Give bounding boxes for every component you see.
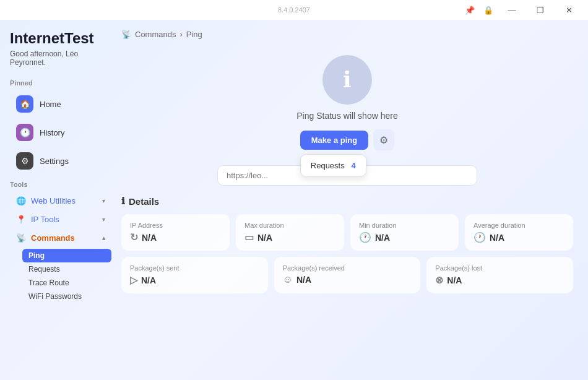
- card-sent-val: ▷ N/A: [130, 274, 259, 286]
- ping-settings-button[interactable]: ⚙: [373, 129, 394, 150]
- submenu-wifi-passwords[interactable]: WiFi Passwords: [22, 290, 111, 303]
- details-row-1: IP Address ↻ N/A Max duration ▭ N/A Min …: [121, 214, 573, 251]
- breadcrumb: 📡 Commands › Ping: [121, 30, 573, 39]
- ip-icon: ↻: [130, 231, 138, 243]
- breadcrumb-sep: ›: [179, 30, 182, 39]
- submenu-trace-route[interactable]: Trace Route: [22, 276, 111, 290]
- lost-value: N/A: [447, 275, 462, 285]
- titlebar: 8.4.0.2407 📌 🔒 — ❐ ✕: [0, 0, 588, 20]
- ip-value: N/A: [142, 233, 157, 243]
- breadcrumb-commands: Commands: [135, 30, 176, 39]
- lost-icon: ⊗: [435, 274, 443, 286]
- submenu-requests[interactable]: Requests: [22, 262, 111, 276]
- ping-area: ℹ Ping Status will show here Make a ping…: [121, 49, 573, 160]
- card-pkg-received: Package(s) received ☺ N/A: [274, 257, 421, 293]
- nav-home-label: Home: [40, 100, 61, 109]
- titlebar-version: 8.4.0.2407: [278, 6, 310, 14]
- web-utilities-icon: 🌐: [16, 196, 26, 205]
- card-min-label: Min duration: [359, 222, 450, 229]
- details-row-2: Package(s) sent ▷ N/A Package(s) receive…: [121, 257, 573, 293]
- card-min-val: 🕐 N/A: [359, 231, 450, 243]
- avg-value: N/A: [490, 233, 504, 243]
- card-avg-duration: Average duration 🕐 N/A: [465, 214, 573, 251]
- main-layout: InternetTest Good afternoon, Léo Peyronn…: [0, 20, 588, 380]
- sidebar-item-history[interactable]: 🕐 History: [10, 119, 111, 146]
- commands-submenu: Ping Requests Trace Route WiFi Passwords: [10, 249, 111, 303]
- app-title: InternetTest: [10, 30, 111, 47]
- card-lost-label: Package(s) lost: [435, 264, 564, 272]
- nav-history-label: History: [40, 128, 64, 137]
- ip-tools-label: IP Tools: [31, 215, 59, 224]
- pin-icon[interactable]: 📌: [460, 0, 479, 20]
- commands-label: Commands: [31, 233, 75, 243]
- make-ping-button[interactable]: Make a ping: [300, 131, 368, 150]
- sent-icon: ▷: [130, 274, 137, 286]
- details-info-icon: ℹ: [121, 196, 125, 207]
- sidebar-item-settings[interactable]: ⚙ Settings: [10, 147, 111, 175]
- web-utilities-label: Web Utilities: [31, 196, 76, 205]
- sidebar-item-web-utilities[interactable]: 🌐 Web Utilities ▾: [10, 192, 111, 210]
- tools-label: Tools: [10, 181, 111, 188]
- card-lost-val: ⊗ N/A: [435, 274, 564, 286]
- chevron-up-icon: ▴: [102, 235, 105, 241]
- maximize-button[interactable]: ❐: [526, 0, 555, 20]
- card-pkg-sent: Package(s) sent ▷ N/A: [121, 257, 268, 293]
- minimize-button[interactable]: —: [498, 0, 526, 20]
- chevron-down-icon: ▾: [102, 197, 105, 204]
- avg-icon: 🕐: [473, 231, 486, 243]
- min-icon: 🕐: [359, 231, 371, 243]
- lock-icon[interactable]: 🔒: [479, 0, 498, 20]
- app-subtitle: Good afternoon, Léo Peyronnet.: [10, 50, 111, 67]
- nav-settings-label: Settings: [40, 157, 69, 166]
- ping-status-text: Ping Status will show here: [296, 111, 397, 121]
- sidebar-item-home[interactable]: 🏠 Home: [10, 90, 111, 118]
- card-min-duration: Min duration 🕐 N/A: [350, 214, 459, 251]
- received-icon: ☺: [283, 274, 293, 285]
- breadcrumb-ping: Ping: [186, 30, 202, 39]
- card-max-val: ▭ N/A: [244, 231, 335, 243]
- min-value: N/A: [375, 233, 390, 243]
- history-icon: 🕐: [16, 124, 33, 141]
- breadcrumb-icon: 📡: [121, 30, 131, 39]
- commands-icon: 📡: [16, 233, 26, 243]
- sent-value: N/A: [141, 275, 156, 285]
- details-header: ℹ Details: [121, 196, 573, 207]
- submenu-ping[interactable]: Ping: [22, 249, 111, 262]
- card-max-label: Max duration: [244, 222, 335, 229]
- card-ip-val: ↻ N/A: [130, 231, 221, 243]
- card-sent-label: Package(s) sent: [130, 264, 259, 272]
- card-ip-label: IP Address: [130, 222, 221, 229]
- received-value: N/A: [296, 275, 311, 285]
- sidebar-item-ip-tools[interactable]: 📍 IP Tools ▾: [10, 210, 111, 228]
- content-area: 📡 Commands › Ping ℹ Ping Status will sho…: [111, 20, 588, 380]
- card-avg-val: 🕐 N/A: [473, 231, 564, 243]
- max-icon: ▭: [244, 231, 254, 243]
- requests-value: 4: [352, 161, 356, 170]
- home-icon: 🏠: [16, 95, 33, 113]
- ping-status-icon: ℹ: [322, 55, 372, 105]
- settings-icon: ⚙: [16, 152, 33, 170]
- card-received-val: ☺ N/A: [283, 274, 412, 285]
- ip-tools-icon: 📍: [16, 215, 26, 224]
- chevron-down-icon-2: ▾: [102, 216, 105, 223]
- max-value: N/A: [257, 233, 272, 243]
- pinned-label: Pinned: [10, 79, 111, 87]
- card-avg-label: Average duration: [473, 222, 564, 229]
- requests-label: Requests: [311, 161, 345, 170]
- close-button[interactable]: ✕: [555, 0, 583, 20]
- details-label: Details: [129, 196, 159, 207]
- card-max-duration: Max duration ▭ N/A: [236, 214, 344, 251]
- card-pkg-lost: Package(s) lost ⊗ N/A: [426, 257, 573, 293]
- sidebar: InternetTest Good afternoon, Léo Peyronn…: [0, 20, 111, 380]
- requests-dropdown: Requests 4: [300, 154, 366, 177]
- card-received-label: Package(s) received: [283, 264, 412, 272]
- sidebar-item-commands[interactable]: 📡 Commands ▴: [10, 229, 111, 247]
- ping-controls: Make a ping ⚙ Requests 4: [300, 129, 394, 150]
- card-ip-address: IP Address ↻ N/A: [121, 214, 230, 251]
